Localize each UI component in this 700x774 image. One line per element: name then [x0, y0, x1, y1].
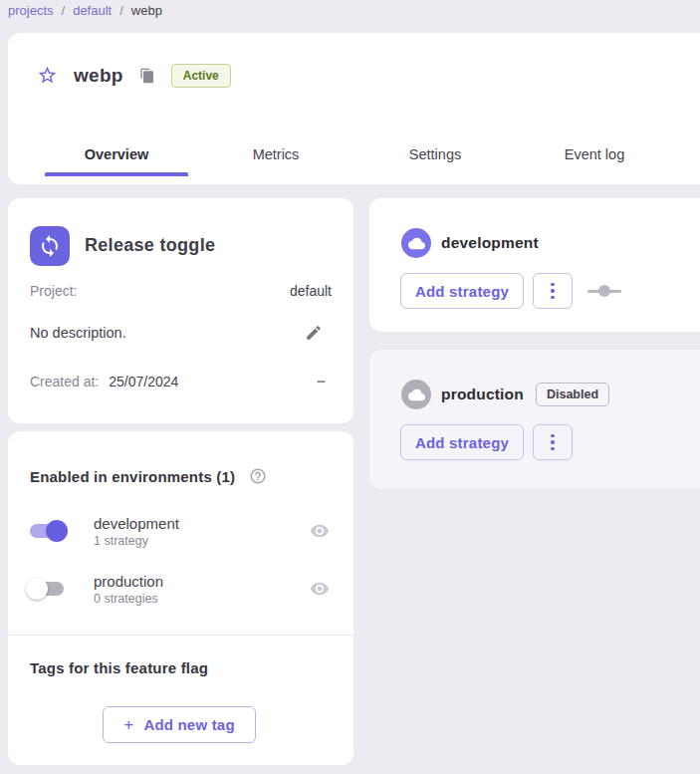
cloud-icon — [401, 380, 431, 409]
flag-type-title: Release toggle — [85, 235, 215, 256]
environment-panel-name: production — [441, 386, 524, 403]
project-value: default — [290, 283, 332, 299]
tab-event-log[interactable]: Event log — [515, 129, 674, 180]
development-environment-panel: development Add strategy — [369, 198, 700, 332]
status-badge: Active — [171, 64, 231, 88]
environment-row-development: development 1 strategy — [28, 509, 332, 553]
release-toggle-card: Release toggle Project: default No descr… — [8, 198, 353, 423]
more-actions-button[interactable] — [533, 424, 573, 460]
environment-panel-name: development — [441, 234, 539, 252]
add-new-tag-label: Add new tag — [143, 716, 234, 733]
kebab-dot — [551, 289, 555, 293]
production-environment-panel: production Disabled Add strategy — [369, 350, 700, 489]
kebab-dot — [551, 440, 555, 444]
production-panel-actions: Add strategy — [400, 424, 573, 460]
collapse-card-button[interactable]: – — [311, 373, 332, 390]
add-strategy-button[interactable]: Add strategy — [400, 273, 524, 309]
kebab-dot — [551, 447, 555, 451]
development-panel-header: development — [401, 228, 539, 258]
kebab-dot — [551, 283, 555, 287]
kebab-dot — [551, 296, 555, 300]
favorite-star-icon[interactable] — [35, 63, 60, 88]
cloud-icon — [401, 228, 431, 258]
tab-settings-label: Settings — [409, 146, 461, 162]
toggle-thumb — [46, 520, 68, 542]
breadcrumb-link-projects[interactable]: projects — [8, 3, 54, 18]
feature-flag-title: webp — [74, 65, 123, 87]
feature-title-row: webp Active — [35, 63, 231, 88]
created-label: Created at: — [30, 374, 99, 389]
breadcrumb: projects / default / webp — [8, 0, 162, 20]
eye-icon[interactable] — [308, 577, 332, 601]
feature-tabs: Overview Metrics Settings Event log — [37, 129, 674, 180]
tab-metrics-label: Metrics — [253, 146, 300, 162]
environment-name: development — [94, 515, 308, 532]
kebab-dot — [551, 434, 555, 438]
strategy-connector-icon — [587, 285, 621, 297]
environment-texts: production 0 strategies — [94, 573, 308, 606]
environments-title: Enabled in environments (1) — [30, 468, 235, 485]
environments-card: Enabled in environments (1) development … — [8, 431, 353, 765]
copy-name-icon[interactable] — [137, 66, 157, 86]
tab-metrics[interactable]: Metrics — [196, 129, 355, 180]
feature-header-card: webp Active Overview Metrics Settings Ev… — [8, 33, 700, 184]
environment-strategy-count: 1 strategy — [94, 534, 308, 548]
breadcrumb-separator: / — [119, 3, 123, 18]
more-actions-button[interactable] — [533, 273, 573, 309]
help-icon[interactable] — [247, 465, 269, 487]
production-toggle[interactable] — [28, 579, 66, 599]
breadcrumb-link-project[interactable]: default — [73, 3, 112, 18]
created-value: 25/07/2024 — [109, 374, 178, 389]
environments-title-row: Enabled in environments (1) — [30, 465, 269, 487]
description-row: No description. — [30, 322, 332, 344]
active-tab-underline — [45, 172, 188, 176]
environment-strategy-count: 0 strategies — [94, 592, 308, 606]
description-text: No description. — [30, 325, 126, 341]
tags-title: Tags for this feature flag — [30, 659, 208, 676]
toggle-thumb — [26, 578, 48, 600]
tab-event-log-label: Event log — [565, 146, 624, 162]
tab-overview-label: Overview — [85, 146, 149, 162]
tab-overview[interactable]: Overview — [37, 129, 196, 180]
add-strategy-button[interactable]: Add strategy — [400, 424, 524, 460]
created-group: Created at: 25/07/2024 — [30, 374, 178, 389]
plus-icon: + — [123, 715, 133, 735]
environment-name: production — [94, 573, 308, 590]
breadcrumb-separator: / — [62, 3, 66, 18]
disabled-badge: Disabled — [536, 383, 609, 406]
tab-settings[interactable]: Settings — [355, 129, 515, 180]
environment-texts: development 1 strategy — [94, 515, 308, 548]
production-panel-header: production Disabled — [401, 380, 609, 409]
development-toggle[interactable] — [28, 521, 66, 541]
project-row: Project: default — [30, 283, 332, 299]
breadcrumb-current: webp — [131, 3, 162, 18]
release-toggle-icon — [30, 226, 70, 266]
project-label: Project: — [30, 283, 77, 299]
development-panel-actions: Add strategy — [400, 273, 621, 309]
eye-icon[interactable] — [308, 519, 332, 543]
environment-row-production: production 0 strategies — [28, 567, 332, 611]
card-divider — [8, 635, 353, 636]
add-new-tag-button[interactable]: + Add new tag — [103, 706, 256, 743]
edit-description-icon[interactable] — [303, 322, 325, 344]
created-row: Created at: 25/07/2024 – — [30, 373, 332, 390]
